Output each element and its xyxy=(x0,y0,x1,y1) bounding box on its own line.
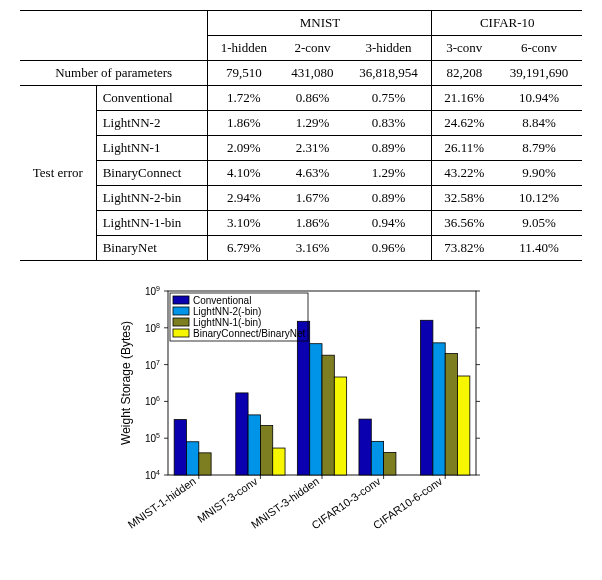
col-group-mnist: MNIST xyxy=(208,11,432,36)
table-row: Test error Conventional 1.72% 0.86% 0.75… xyxy=(20,86,582,111)
svg-rect-22 xyxy=(199,453,211,475)
svg-text:Conventional: Conventional xyxy=(193,295,251,306)
table-row: LightNN-1 2.09% 2.31% 0.89% 26.11% 8.79% xyxy=(20,136,582,161)
svg-rect-20 xyxy=(174,420,186,475)
svg-text:108: 108 xyxy=(145,322,160,334)
svg-rect-26 xyxy=(236,393,248,475)
svg-rect-34 xyxy=(322,355,334,475)
table-row: LightNN-1-bin 3.10% 1.86% 0.94% 36.56% 9… xyxy=(20,211,582,236)
svg-text:106: 106 xyxy=(145,395,160,407)
svg-text:LightNN-2(-bin): LightNN-2(-bin) xyxy=(193,306,261,317)
table-row: LightNN-2-bin 2.94% 1.67% 0.89% 32.58% 1… xyxy=(20,186,582,211)
table-row: LightNN-2 1.86% 1.29% 0.83% 24.62% 8.84% xyxy=(20,111,582,136)
svg-rect-27 xyxy=(248,415,260,475)
col-group-cifar: CIFAR-10 xyxy=(432,11,582,36)
svg-rect-57 xyxy=(173,329,189,337)
svg-rect-21 xyxy=(186,442,198,475)
results-table: MNIST CIFAR-10 1-hidden 2-conv 3-hidden … xyxy=(20,10,582,261)
svg-rect-35 xyxy=(334,377,346,475)
svg-text:104: 104 xyxy=(145,469,160,481)
svg-text:Weight Storage (Bytes): Weight Storage (Bytes) xyxy=(119,321,133,445)
svg-text:CIFAR10-6-conv: CIFAR10-6-conv xyxy=(371,475,445,532)
svg-text:BinaryConnect/BinaryNet: BinaryConnect/BinaryNet xyxy=(193,328,305,339)
svg-rect-40 xyxy=(384,452,396,475)
svg-rect-44 xyxy=(421,320,433,475)
svg-rect-32 xyxy=(297,321,309,475)
svg-rect-33 xyxy=(310,344,322,475)
svg-rect-38 xyxy=(359,419,371,475)
test-error-label: Test error xyxy=(20,86,96,261)
svg-rect-46 xyxy=(445,354,457,475)
table-row: BinaryConnect 4.10% 4.63% 1.29% 43.22% 9… xyxy=(20,161,582,186)
svg-rect-55 xyxy=(173,318,189,326)
svg-rect-28 xyxy=(260,426,272,475)
svg-text:MNIST-1-hidden: MNIST-1-hidden xyxy=(125,475,197,531)
svg-text:MNIST-3-conv: MNIST-3-conv xyxy=(195,475,260,525)
svg-rect-53 xyxy=(173,307,189,315)
weight-storage-chart: 104105106107108109Weight Storage (Bytes)… xyxy=(116,283,486,553)
svg-rect-45 xyxy=(433,343,445,475)
svg-text:107: 107 xyxy=(145,359,160,371)
svg-rect-39 xyxy=(371,441,383,475)
svg-rect-51 xyxy=(173,296,189,304)
svg-rect-47 xyxy=(458,376,470,475)
num-params-label: Number of parameters xyxy=(20,61,208,86)
table-row: BinaryNet 6.79% 3.16% 0.96% 73.82% 11.40… xyxy=(20,236,582,261)
svg-text:105: 105 xyxy=(145,432,160,444)
svg-rect-29 xyxy=(273,448,285,475)
svg-text:109: 109 xyxy=(145,285,160,297)
svg-text:LightNN-1(-bin): LightNN-1(-bin) xyxy=(193,317,261,328)
